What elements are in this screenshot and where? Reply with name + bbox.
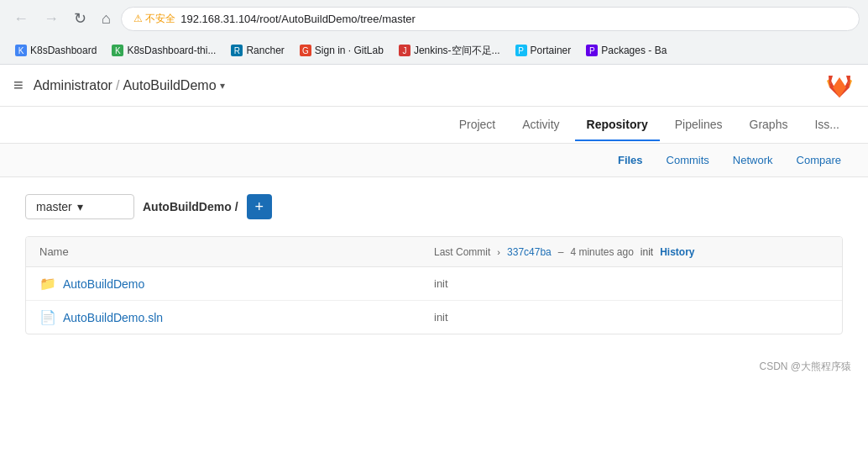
bookmark-k8s[interactable]: KK8sDashboard: [8, 42, 103, 59]
browser-chrome: ← → ↻ ⌂ ⚠ 不安全 192.168.31.104/root/AutoBu…: [0, 0, 868, 65]
content-area: master ▾ AutoBuildDemo / + Name Last Com…: [0, 177, 868, 351]
nav-tab-activity[interactable]: Activity: [510, 109, 571, 141]
address-bar[interactable]: ⚠ 不安全 192.168.31.104/root/AutoBuildDemo/…: [121, 7, 860, 31]
bookmarks-bar: KK8sDashboardKK8sDashboard-thi...RRanche…: [0, 37, 868, 64]
file-row-folder: 📁 AutoBuildDemo init: [26, 267, 842, 301]
back-button[interactable]: ←: [8, 7, 34, 31]
browser-toolbar: ← → ↻ ⌂ ⚠ 不安全 192.168.31.104/root/AutoBu…: [0, 0, 868, 37]
sub-nav-tab-compare[interactable]: Compare: [787, 147, 851, 173]
security-warning: ⚠ 不安全: [133, 12, 175, 26]
commit-dash: –: [558, 246, 564, 258]
file-label-folder: AutoBuildDemo: [63, 277, 144, 291]
bookmark-label-portainer: Portainer: [531, 45, 572, 56]
gitlab-app: ≡ Administrator / AutoBuildDemo ▾ P: [0, 65, 868, 401]
sub-nav: FilesCommitsNetworkCompare: [0, 144, 868, 177]
bookmark-icon-portainer: P: [515, 45, 527, 56]
bookmark-portainer[interactable]: PPortainer: [509, 42, 578, 59]
bookmark-icon-jenkins: J: [399, 45, 410, 56]
forward-button[interactable]: →: [39, 7, 64, 31]
bookmark-label-k8s: K8sDashboard: [30, 45, 97, 56]
nav-tab-pipelines[interactable]: Pipelines: [663, 109, 735, 141]
add-file-button[interactable]: +: [247, 194, 272, 219]
file-name-sln[interactable]: 📄 AutoBuildDemo.sln: [39, 309, 434, 325]
sub-nav-tab-files[interactable]: Files: [608, 147, 653, 173]
bookmark-label-jenkins: Jenkins-空间不足...: [414, 44, 500, 58]
history-link[interactable]: History: [660, 246, 694, 258]
top-nav-right: [824, 69, 855, 102]
bookmark-jenkins[interactable]: JJenkins-空间不足...: [392, 41, 507, 61]
bookmark-k8s2[interactable]: KK8sDashboard-thi...: [105, 42, 222, 59]
bookmark-icon-packages: P: [586, 45, 598, 56]
repo-controls: master ▾ AutoBuildDemo / +: [25, 194, 843, 219]
file-rows: 📁 AutoBuildDemo init 📄 AutoBuildDemo.sln…: [26, 267, 842, 334]
nav-tab-graphs[interactable]: Graphs: [738, 109, 800, 141]
bookmark-label-gitlab: Sign in · GitLab: [315, 45, 384, 56]
bookmark-icon-k8s2: K: [112, 45, 123, 56]
file-table-header: Name Last Commit › 337c47ba – 4 minutes …: [26, 237, 842, 267]
branch-selector[interactable]: master ▾: [25, 194, 134, 219]
hamburger-menu[interactable]: ≡: [13, 76, 24, 95]
nav-tab-repository[interactable]: Repository: [575, 109, 660, 141]
name-header: Name: [39, 245, 434, 258]
file-icon-sln: 📄: [39, 309, 56, 325]
bookmark-label-packages: Packages - Ba: [601, 45, 667, 56]
branch-chevron-icon: ▾: [77, 200, 83, 213]
file-commit-folder: init: [434, 277, 829, 290]
bookmark-icon-gitlab: G: [300, 45, 311, 56]
breadcrumb-repo[interactable]: AutoBuildDemo: [123, 78, 216, 93]
bookmark-icon-k8s: K: [15, 45, 27, 56]
breadcrumb: Administrator / AutoBuildDemo ▾: [34, 78, 225, 93]
file-commit-sln: init: [434, 311, 829, 324]
path-separator: /: [235, 200, 238, 213]
home-button[interactable]: ⌂: [97, 7, 116, 31]
bookmark-packages[interactable]: PPackages - Ba: [579, 42, 673, 59]
file-row-sln: 📄 AutoBuildDemo.sln init: [26, 301, 842, 334]
bookmark-label-rancher: Rancher: [246, 45, 284, 56]
commit-hash[interactable]: 337c47ba: [507, 246, 552, 258]
nav-tab-issues[interactable]: Iss...: [803, 109, 851, 141]
commit-message: init: [641, 246, 653, 258]
sub-nav-tab-network[interactable]: Network: [723, 147, 783, 173]
main-nav: ProjectActivityRepositoryPipelinesGraphs…: [0, 107, 868, 144]
file-table: Name Last Commit › 337c47ba – 4 minutes …: [25, 236, 843, 334]
reload-button[interactable]: ↻: [69, 6, 92, 31]
commit-chevron-icon: ›: [497, 247, 500, 257]
breadcrumb-user[interactable]: Administrator: [34, 78, 112, 93]
breadcrumb-separator: /: [116, 78, 119, 93]
bookmark-gitlab[interactable]: GSign in · GitLab: [293, 42, 390, 59]
breadcrumb-chevron[interactable]: ▾: [220, 80, 225, 92]
commit-header: Last Commit › 337c47ba – 4 minutes ago i…: [434, 245, 829, 258]
bookmark-rancher[interactable]: RRancher: [224, 42, 290, 59]
url-text: 192.168.31.104/root/AutoBuildDemo/tree/m…: [180, 13, 416, 25]
file-name-folder[interactable]: 📁 AutoBuildDemo: [39, 276, 434, 292]
path-segment[interactable]: AutoBuildDemo: [143, 200, 232, 213]
watermark: CSDN @大熊程序猿: [0, 351, 868, 382]
sub-nav-tab-commits[interactable]: Commits: [656, 147, 719, 173]
file-label-sln: AutoBuildDemo.sln: [63, 311, 163, 324]
file-icon-folder: 📁: [39, 276, 56, 292]
commit-time: 4 minutes ago: [570, 246, 633, 258]
top-nav: ≡ Administrator / AutoBuildDemo ▾: [0, 65, 868, 107]
bookmark-label-k8s2: K8sDashboard-thi...: [127, 45, 216, 56]
gitlab-logo[interactable]: [824, 69, 855, 99]
repo-path: AutoBuildDemo /: [143, 200, 238, 213]
nav-tab-project[interactable]: Project: [447, 109, 508, 141]
branch-name: master: [36, 200, 72, 213]
bookmark-icon-rancher: R: [231, 45, 243, 56]
